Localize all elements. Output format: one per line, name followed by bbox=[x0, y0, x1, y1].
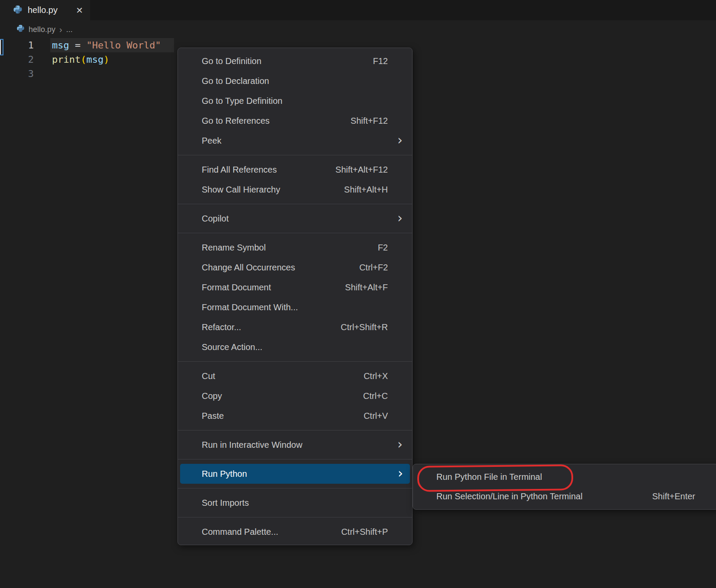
menu-item-shortcut: Shift+Alt+F bbox=[345, 283, 388, 292]
menu-item-label: Sort Imports bbox=[202, 498, 249, 508]
editor-context-menu: Go to Definition F12 Go to Declaration G… bbox=[177, 48, 413, 545]
menu-item-run-in-interactive-window[interactable]: Run in Interactive Window › bbox=[178, 435, 412, 455]
breadcrumb-ellipsis[interactable]: ... bbox=[66, 25, 73, 34]
line-number: 3 bbox=[0, 67, 41, 81]
menu-item-label: Find All References bbox=[202, 165, 277, 175]
menu-item-label: Copilot bbox=[202, 214, 229, 224]
menu-item-label: Peek bbox=[202, 136, 222, 146]
menu-item-shortcut: Ctrl+Shift+P bbox=[341, 527, 388, 537]
submenu-chevron-icon: › bbox=[397, 134, 403, 147]
line-number: 1 bbox=[0, 38, 41, 52]
menu-item-go-to-type-definition[interactable]: Go to Type Definition bbox=[178, 91, 412, 111]
token-variable: msg bbox=[86, 54, 103, 65]
menu-item-refactor[interactable]: Refactor... Ctrl+Shift+R bbox=[178, 317, 412, 337]
menu-item-find-all-references[interactable]: Find All References Shift+Alt+F12 bbox=[178, 160, 412, 180]
menu-item-label: Go to References bbox=[202, 116, 270, 126]
menu-item-shortcut: Shift+Alt+H bbox=[344, 185, 388, 195]
tab-title: hello.py bbox=[28, 5, 58, 15]
menu-item-rename-symbol[interactable]: Rename Symbol F2 bbox=[178, 238, 412, 257]
menu-separator bbox=[178, 233, 412, 233]
menu-item-command-palette[interactable]: Command Palette... Ctrl+Shift+P bbox=[178, 522, 412, 542]
code-line-2[interactable]: 2 print(msg) bbox=[0, 52, 161, 67]
chevron-right-icon: › bbox=[59, 25, 62, 34]
menu-item-peek[interactable]: Peek › bbox=[178, 131, 412, 151]
menu-item-change-all-occurrences[interactable]: Change All Occurrences Ctrl+F2 bbox=[178, 257, 412, 277]
menu-separator bbox=[178, 459, 412, 459]
run-python-submenu: Run Python File in Terminal Run Selectio… bbox=[413, 464, 716, 510]
menu-item-show-call-hierarchy[interactable]: Show Call Hierarchy Shift+Alt+H bbox=[178, 180, 412, 199]
menu-separator bbox=[178, 361, 412, 362]
menu-item-shortcut: Ctrl+C bbox=[363, 391, 388, 401]
menu-item-run-python-file-in-terminal[interactable]: Run Python File in Terminal bbox=[413, 467, 716, 487]
menu-item-shortcut: F12 bbox=[373, 56, 388, 66]
menu-item-label: Refactor... bbox=[202, 322, 241, 332]
menu-item-shortcut: Ctrl+F2 bbox=[359, 263, 388, 273]
menu-item-shortcut: Ctrl+X bbox=[364, 371, 388, 381]
menu-item-label: Copy bbox=[202, 391, 222, 401]
menu-item-label: Format Document bbox=[202, 283, 271, 292]
menu-item-label: Command Palette... bbox=[202, 527, 278, 537]
tab-hello-py[interactable]: hello.py ✕ bbox=[0, 0, 90, 20]
menu-item-shortcut: Ctrl+Shift+R bbox=[341, 322, 388, 332]
menu-item-label: Run Python bbox=[202, 469, 247, 479]
submenu-chevron-icon: › bbox=[397, 212, 403, 225]
token-operator: = bbox=[69, 40, 87, 51]
menu-item-go-to-references[interactable]: Go to References Shift+F12 bbox=[178, 111, 412, 131]
menu-item-label: Go to Declaration bbox=[202, 76, 269, 86]
menu-item-shortcut: Shift+F12 bbox=[351, 116, 388, 126]
menu-item-label: Run Python File in Terminal bbox=[436, 472, 542, 482]
submenu-chevron-icon: › bbox=[398, 467, 403, 480]
menu-separator bbox=[178, 517, 412, 517]
breadcrumb: hello.py › ... bbox=[16, 21, 73, 38]
menu-item-shortcut: F2 bbox=[378, 243, 388, 253]
menu-item-label: Paste bbox=[202, 411, 224, 421]
python-file-icon bbox=[16, 24, 25, 35]
line-number: 2 bbox=[0, 52, 41, 67]
token-variable: msg bbox=[52, 40, 69, 51]
menu-separator bbox=[178, 488, 412, 488]
menu-item-label: Show Call Hierarchy bbox=[202, 185, 280, 195]
menu-item-shortcut: Ctrl+V bbox=[364, 411, 388, 421]
token-open-paren: ( bbox=[81, 54, 86, 65]
code-line-1[interactable]: 1 msg = "Hello World" bbox=[0, 38, 161, 52]
menu-item-copilot[interactable]: Copilot › bbox=[178, 209, 412, 228]
menu-item-label: Go to Type Definition bbox=[202, 96, 282, 106]
submenu-chevron-icon: › bbox=[397, 438, 403, 451]
tab-bar: hello.py ✕ bbox=[0, 0, 716, 20]
menu-item-label: Cut bbox=[202, 371, 215, 381]
menu-item-go-to-declaration[interactable]: Go to Declaration bbox=[178, 71, 412, 91]
menu-item-go-to-definition[interactable]: Go to Definition F12 bbox=[178, 51, 412, 71]
code-line-3[interactable]: 3 bbox=[0, 67, 161, 81]
menu-item-source-action[interactable]: Source Action... bbox=[178, 337, 412, 357]
code-editor[interactable]: 1 msg = "Hello World" 2 print(msg) 3 bbox=[0, 38, 161, 81]
menu-item-run-selection-line-in-python-terminal[interactable]: Run Selection/Line in Python Terminal Sh… bbox=[413, 487, 716, 506]
menu-item-sort-imports[interactable]: Sort Imports bbox=[178, 493, 412, 513]
breadcrumb-file[interactable]: hello.py bbox=[29, 25, 55, 34]
menu-item-cut[interactable]: Cut Ctrl+X bbox=[178, 366, 412, 386]
menu-item-paste[interactable]: Paste Ctrl+V bbox=[178, 406, 412, 426]
menu-item-copy[interactable]: Copy Ctrl+C bbox=[178, 386, 412, 406]
menu-item-run-python[interactable]: Run Python › bbox=[180, 464, 410, 484]
menu-item-label: Rename Symbol bbox=[202, 243, 266, 253]
menu-separator bbox=[178, 430, 412, 431]
token-function: print bbox=[52, 54, 81, 65]
menu-separator bbox=[178, 204, 412, 204]
menu-item-label: Source Action... bbox=[202, 342, 262, 352]
menu-item-shortcut: Shift+Alt+F12 bbox=[335, 165, 388, 175]
menu-item-label: Format Document With... bbox=[202, 302, 298, 312]
close-icon[interactable]: ✕ bbox=[76, 6, 83, 15]
menu-item-shortcut: Shift+Enter bbox=[652, 492, 695, 501]
menu-item-label: Go to Definition bbox=[202, 56, 261, 66]
python-file-icon bbox=[13, 5, 23, 16]
menu-item-format-document[interactable]: Format Document Shift+Alt+F bbox=[178, 277, 412, 297]
menu-separator bbox=[178, 155, 412, 155]
menu-item-label: Run Selection/Line in Python Terminal bbox=[436, 492, 583, 501]
token-string: "Hello World" bbox=[87, 40, 161, 51]
menu-item-label: Change All Occurrences bbox=[202, 263, 295, 273]
menu-item-format-document-with[interactable]: Format Document With... bbox=[178, 297, 412, 317]
menu-item-label: Run in Interactive Window bbox=[202, 440, 302, 450]
token-close-paren: ) bbox=[103, 54, 109, 65]
